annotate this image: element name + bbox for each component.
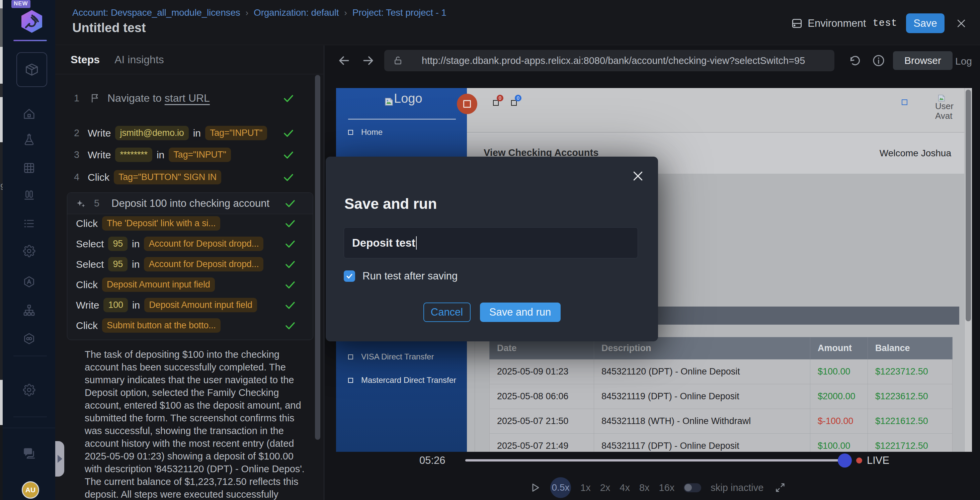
notification-icon-red[interactable]: 0 (493, 100, 499, 106)
breadcrumb-project[interactable]: Project: Test project - 1 (352, 7, 447, 18)
sidebar-item-home[interactable] (3, 108, 55, 121)
bank-topbar-icon[interactable] (902, 99, 907, 105)
bank-sidebar-divider (348, 119, 456, 119)
modal-close-button[interactable] (631, 169, 644, 183)
tab-steps[interactable]: Steps (71, 54, 100, 66)
check-icon (283, 171, 294, 183)
text-caret (416, 236, 417, 250)
speed-16x[interactable]: 16x (659, 482, 675, 493)
breadcrumb-organization[interactable]: Organization: default (254, 7, 339, 18)
sidebar-item-flows[interactable] (3, 304, 55, 317)
bank-menu-home[interactable]: Home (348, 127, 383, 137)
sidebar-item-persona[interactable] (3, 275, 55, 288)
step-number: 4 (74, 172, 81, 183)
chevron-right-icon: › (246, 8, 248, 18)
environment-selector[interactable]: Environment test (791, 18, 897, 29)
sidebar-item-runs[interactable] (3, 189, 55, 202)
step-selector-chip: Tag="INPUT" (205, 126, 267, 140)
fullscreen-icon[interactable] (775, 482, 786, 493)
sidebar-item-help[interactable]: ? (3, 446, 55, 460)
info-icon[interactable] (872, 54, 885, 67)
speed-0.5x[interactable]: 0.5x (550, 477, 571, 498)
tab-ai-insights[interactable]: AI insights (115, 54, 164, 66)
sidebar-active-underline (13, 40, 47, 41)
substep-row-5[interactable]: Write 100 in Deposit Amount input field (67, 298, 313, 312)
bank-topbar (467, 88, 965, 132)
flag-icon (90, 93, 100, 104)
url-bar[interactable]: http://stage.dbank.prod-apps.relicx.ai:8… (384, 50, 834, 71)
timeline-track[interactable] (465, 459, 843, 462)
step-selector-chip: Submit button at the botto... (102, 318, 221, 333)
skip-inactive-toggle[interactable] (684, 483, 701, 492)
bank-menu-mastercard[interactable]: Mastercard Direct Transfer (348, 376, 456, 385)
sidebar-item-tests[interactable] (3, 134, 55, 146)
step-value-chip: 95 (108, 257, 127, 271)
step-row-1[interactable]: 1 Navigate to start URL (55, 92, 323, 104)
step-row-4[interactable]: 4 Click Tag="BUTTON" SIGN IN (55, 170, 323, 185)
speed-4x[interactable]: 4x (619, 482, 630, 493)
substep-row-2[interactable]: Select 95 in Account for Deposit dropd..… (67, 237, 313, 251)
flask-icon (23, 134, 35, 146)
sparkles-icon (76, 199, 86, 209)
sidebar-item-packages[interactable] (16, 52, 47, 87)
check-icon (345, 272, 353, 280)
bank-scrollbar-thumb[interactable] (966, 90, 971, 321)
refresh-icon[interactable] (848, 54, 862, 67)
test-name-input[interactable]: Deposit test (344, 227, 638, 258)
modal-title: Save and run (344, 196, 437, 212)
save-and-run-button[interactable]: Save and run (480, 303, 561, 322)
panel-collapse-handle[interactable] (55, 441, 64, 476)
close-icon (631, 169, 644, 183)
speed-2x[interactable]: 2x (600, 482, 611, 493)
sidebar-item-integrations[interactable] (3, 332, 55, 345)
substep-row-3[interactable]: Select 95 in Account for Deposit dropd..… (67, 257, 313, 271)
sidebar-item-settings-mid[interactable] (3, 245, 55, 257)
badge-count: 0 (515, 95, 522, 101)
start-url-link[interactable]: start URL (165, 92, 210, 104)
substep-row-6[interactable]: Click Submit button at the botto... (67, 318, 313, 333)
step-group-header[interactable]: 5 Deposit 100 into checking account (67, 193, 313, 214)
user-avatar[interactable]: AU (22, 481, 39, 498)
sidebar-item-list[interactable] (3, 217, 55, 230)
check-icon (284, 258, 296, 271)
bank-menu-visa[interactable]: VISA Direct Transfer (348, 352, 434, 361)
steps-panel-tabs: Steps AI insights (55, 46, 323, 74)
underlying-window-sliver: 9 (0, 0, 3, 500)
forward-arrow-icon[interactable] (361, 53, 375, 68)
sidebar-item-suites[interactable] (3, 162, 55, 174)
tab-browser[interactable]: Browser (893, 51, 953, 70)
step-verb: Write (88, 127, 111, 139)
step-row-2[interactable]: 2 Write jsmith@demo.io in Tag="INPUT" (55, 126, 323, 140)
timeline-knob[interactable] (838, 454, 852, 468)
column-header-balance: Balance (868, 338, 953, 360)
speed-8x[interactable]: 8x (639, 482, 650, 493)
gear-icon (23, 245, 35, 257)
tab-log[interactable]: Log (955, 56, 972, 67)
play-icon[interactable] (530, 482, 541, 493)
notification-icon-blue[interactable]: 0 (511, 100, 517, 106)
step-group-label: Deposit 100 into checking account (111, 197, 269, 210)
cancel-button[interactable]: Cancel (423, 303, 471, 322)
ai-summary-text: The task of depositing $100 into the che… (85, 348, 307, 500)
back-arrow-icon[interactable] (337, 53, 352, 68)
sidebar-item-settings[interactable] (3, 384, 55, 396)
app-logo[interactable] (20, 10, 43, 33)
close-button[interactable] (955, 17, 968, 30)
steps-scrollbar[interactable] (315, 75, 320, 440)
substep-row-4[interactable]: Click Deposit Amount input field (67, 277, 313, 292)
save-and-run-modal: Save and run Deposit test Run test after… (326, 157, 658, 341)
breadcrumb-account[interactable]: Account: Devspace_all_module_licenses (72, 7, 240, 18)
player-panel: http://stage.dbank.prod-apps.relicx.ai:8… (325, 46, 980, 500)
run-after-save-checkbox[interactable] (344, 271, 355, 282)
step-verb: Write (88, 149, 111, 161)
substep-row-1[interactable]: Click The 'Deposit' link with a si... (67, 216, 313, 231)
browser-toolbar: http://stage.dbank.prod-apps.relicx.ai:8… (325, 46, 980, 76)
bank-user-avatar[interactable]: UserAvat (935, 95, 965, 121)
step-row-3[interactable]: 3 Write ******** in Tag="INPUT" (55, 148, 323, 162)
chevron-right-icon: › (344, 8, 347, 18)
speed-1x[interactable]: 1x (581, 482, 591, 493)
save-button[interactable]: Save (906, 13, 945, 33)
bank-scrollbar[interactable] (964, 88, 972, 452)
recording-indicator[interactable] (457, 94, 477, 114)
table-row[interactable]: 2025-05-09 01:23 845321120 (DPT) - Onlin… (490, 360, 953, 384)
